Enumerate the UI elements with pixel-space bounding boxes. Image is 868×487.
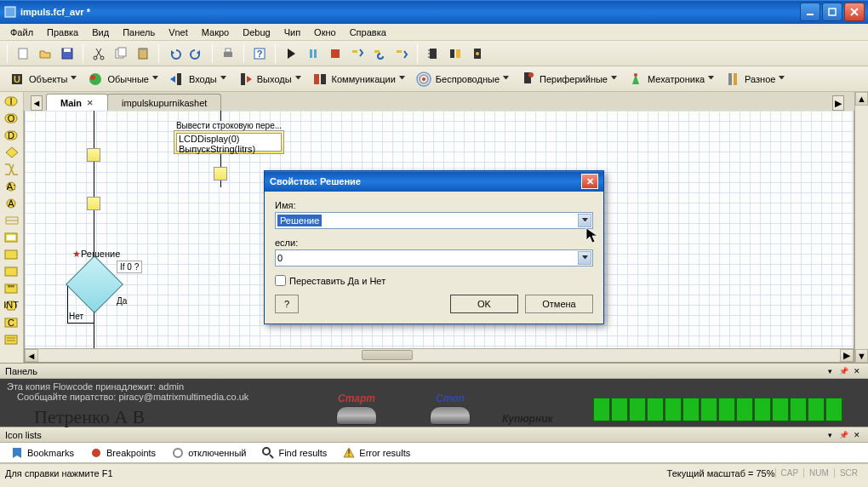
maximize-button[interactable] [822,3,842,21]
tab-errorresults[interactable]: !Error results [335,444,417,462]
pal-switch-icon[interactable] [2,162,22,177]
svg-point-37 [90,75,95,80]
scroll-down-button[interactable]: ▼ [855,349,868,363]
compile-hex-button[interactable] [445,43,465,64]
pal-output-icon[interactable]: O [2,111,22,126]
pal-conn-icon[interactable]: A: [2,179,22,194]
cancel-button[interactable]: Отмена [525,295,593,313]
print-button[interactable] [218,43,238,64]
pal-macro-icon[interactable] [2,230,22,245]
common-group[interactable]: Обычные [82,69,163,89]
panel-close-icon[interactable]: ✕ [851,365,863,377]
svg-rect-13 [118,48,126,56]
panel-pin-icon[interactable]: 📌 [837,365,849,377]
tab-main[interactable]: Main✕ [46,94,108,111]
menu-vnet[interactable]: Vnet [162,26,195,39]
menu-macro[interactable]: Макро [195,26,236,39]
pal-comment-icon[interactable] [2,332,22,347]
close-button[interactable] [844,3,865,21]
step-over-button[interactable] [369,43,390,64]
scroll-right-button[interactable]: ▶ [840,349,854,362]
menu-view[interactable]: Вид [85,26,116,39]
cut-button[interactable] [89,43,109,64]
svg-rect-38 [177,73,181,85]
pal-delay-icon[interactable]: D [2,128,22,143]
undo-button[interactable] [164,43,185,64]
menu-panel[interactable]: Панель [116,26,162,39]
pal-c-icon[interactable]: C [2,315,22,330]
comms-group[interactable]: Коммуникации [306,69,410,89]
run-button[interactable] [281,43,301,64]
step-out-button[interactable] [391,43,412,64]
panel-menu-icon[interactable]: ▾ [824,365,836,377]
svg-rect-49 [734,73,737,85]
menu-chip[interactable]: Чип [277,26,307,39]
objects-group[interactable]: UОбъекты [3,69,82,89]
program-chip-button[interactable] [467,43,488,64]
minimize-button[interactable] [800,3,820,21]
tab-disabled[interactable]: отключенный [164,444,253,462]
menu-window[interactable]: Окно [307,26,343,39]
svg-rect-25 [397,50,402,53]
if-combo[interactable]: 0 [275,249,593,266]
iconlists-menu-icon[interactable]: ▾ [824,429,836,441]
iconlists-close-icon[interactable]: ✕ [851,429,863,441]
peripheral-group[interactable]: Периферийные [514,69,622,89]
menu-file[interactable]: Файл [3,26,40,39]
stop-knob[interactable] [430,406,471,425]
name-dropdown-button[interactable] [578,214,591,227]
help-button[interactable]: ? [249,43,270,64]
pal-input-icon[interactable]: I [2,94,22,109]
wireless-group[interactable]: Беспроводные [410,69,514,89]
ok-button[interactable]: OK [450,295,518,313]
new-button[interactable] [13,43,33,64]
swap-checkbox[interactable] [275,275,286,286]
help-button[interactable]: ? [275,295,299,313]
pal-loop-icon[interactable] [2,213,22,228]
tab-bookmarks[interactable]: Bookmarks [3,444,81,462]
tab-next-button[interactable]: ▶ [832,95,844,111]
if-dropdown-button[interactable] [578,251,591,265]
pal-decision-icon[interactable] [2,145,22,160]
tab-impuls[interactable]: impulskupurnikashet [107,94,221,111]
stop-button[interactable] [325,43,345,64]
menu-edit[interactable]: Правка [40,26,85,39]
name-combo[interactable]: Решение [275,212,593,229]
svg-text:"": "" [8,284,14,294]
iconlists-pin-icon[interactable]: 📌 [837,429,849,441]
copy-button[interactable] [111,43,131,64]
save-button[interactable] [57,43,77,64]
pal-comp-icon[interactable] [2,247,22,262]
scroll-left-button[interactable]: ◄ [25,349,38,362]
start-knob[interactable] [336,406,377,425]
redo-button[interactable] [186,43,207,64]
tab-prev-button[interactable]: ◄ [31,95,43,111]
svg-rect-1 [807,14,814,15]
pal-calc-icon[interactable] [2,264,22,279]
outputs-group[interactable]: Выходы [231,69,306,89]
panel-btn-start: Старт [338,392,375,404]
pal-int-icon[interactable]: INT [2,298,22,313]
open-button[interactable] [35,43,55,64]
svg-text:C: C [8,318,14,328]
decision-node[interactable] [74,264,115,305]
inputs-group[interactable]: Входы [163,69,231,89]
scroll-up-button[interactable]: ▲ [855,92,868,106]
paste-button[interactable] [133,43,153,64]
canvas-vscroll[interactable]: ▲ ▼ [854,92,868,363]
dialog-close-button[interactable]: ✕ [581,174,598,189]
pal-a-icon[interactable]: A [2,196,22,211]
pal-string-icon[interactable]: "" [2,281,22,296]
misc-group[interactable]: Разное [719,69,790,89]
tab-close-icon[interactable]: ✕ [87,99,94,107]
tab-findresults[interactable]: Find results [254,444,334,462]
menu-help[interactable]: Справка [343,26,393,39]
tab-breakpoints[interactable]: Breakpoints [83,444,163,462]
pause-button[interactable] [303,43,323,64]
menu-debug[interactable]: Debug [236,26,277,39]
svg-point-74 [174,449,182,457]
mechatronics-group[interactable]: Мехатроника [622,69,719,89]
step-into-button[interactable] [347,43,368,64]
compile-chip-button[interactable] [423,43,443,64]
canvas-hscroll[interactable]: ◄ ▶ [25,348,854,362]
